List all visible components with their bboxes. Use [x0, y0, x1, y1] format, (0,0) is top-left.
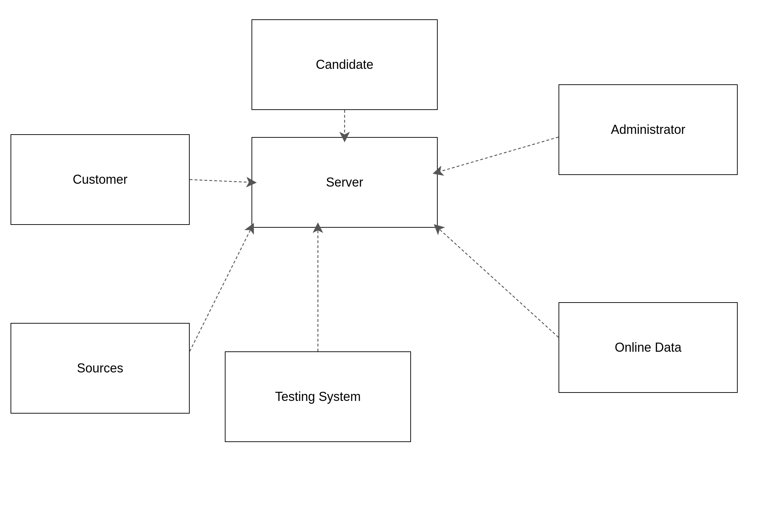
administrator-label: Administrator	[611, 122, 685, 137]
candidate-box: Candidate	[252, 19, 438, 110]
server-label: Server	[326, 175, 363, 190]
online-data-to-server-arrow	[438, 228, 559, 337]
customer-box: Customer	[11, 134, 190, 225]
administrator-to-server-arrow	[438, 137, 559, 172]
sources-to-server-arrow	[190, 228, 252, 351]
candidate-label: Candidate	[316, 57, 373, 72]
online-data-label: Online Data	[615, 340, 681, 355]
server-box: Server	[252, 137, 438, 228]
testing-system-label: Testing System	[275, 389, 361, 404]
administrator-box: Administrator	[559, 84, 738, 175]
testing-system-box: Testing System	[225, 351, 411, 442]
sources-box: Sources	[11, 323, 190, 414]
sources-label: Sources	[77, 361, 123, 376]
customer-label: Customer	[73, 172, 128, 187]
online-data-box: Online Data	[559, 302, 738, 393]
customer-to-server-arrow	[190, 180, 252, 182]
